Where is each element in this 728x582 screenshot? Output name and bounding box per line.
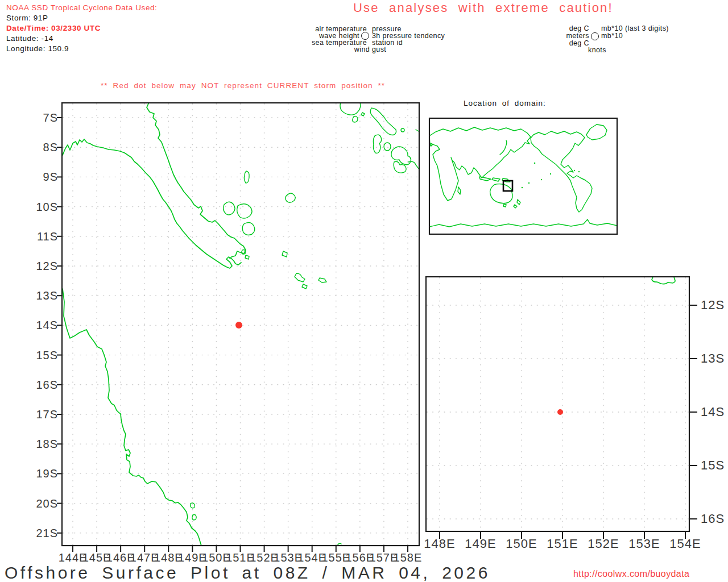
indonesia-islands [479, 177, 491, 181]
main-map-lat-label: 20S [36, 497, 58, 510]
zoom-map-lat-label: 12S [701, 298, 725, 312]
fiji-speck [522, 187, 523, 189]
misima-island [295, 273, 305, 282]
main-map-lon-label: 158E [394, 551, 423, 564]
solomon-island-f [394, 161, 406, 173]
milne-bay-islet-2 [245, 255, 249, 259]
solomon-islet-h [416, 130, 419, 131]
new-zealand-south [514, 205, 517, 208]
main-map-lat-label: 14S [36, 319, 58, 331]
madagascar-world [458, 187, 461, 194]
new-zealand-north [517, 199, 520, 205]
zoom-map-lon-label: 154E [669, 537, 701, 551]
zoom-map-lat-label: 14S [701, 405, 725, 419]
main-map-lat-label: 13S [36, 289, 58, 302]
normanby-island [242, 223, 255, 235]
new-ireland-fragment [340, 102, 361, 115]
zoom-map-lon-label: 151E [547, 537, 578, 551]
japan-coastline [500, 140, 507, 155]
png-north-coast [147, 102, 246, 259]
source-url-link[interactable]: http://coolwx.com/buoydata [573, 569, 689, 579]
storm-dot-zoom [557, 409, 563, 415]
world-inset-border [429, 118, 617, 234]
main-map-lat-label: 16S [36, 379, 58, 391]
pacific-speck-2 [550, 173, 551, 174]
pacific-speck-1 [541, 179, 542, 180]
bougainville-island [370, 108, 396, 135]
png-south-coast [63, 139, 241, 268]
americas-coastline [531, 131, 592, 212]
indonesia-islands-2 [492, 178, 500, 181]
tick-layer [57, 118, 697, 552]
solomon-island-e [384, 143, 391, 151]
tagula-island [318, 278, 326, 282]
zoom-map-lon-label: 152E [588, 537, 619, 551]
afro-eurasia-coastline [429, 127, 531, 201]
zoom-map-border [426, 277, 689, 531]
zoom-map-coastlines [652, 277, 675, 284]
zoom-map-lon-label: 148E [424, 537, 455, 551]
zoom-map-lon-label: 150E [506, 537, 537, 551]
buoy-plot-page: { "colors": { "coast_green": "#00c81e", … [0, 0, 728, 582]
coastal-islet [192, 514, 196, 520]
zoom-map-lat-label: 13S [701, 351, 725, 365]
main-map-lat-label: 8S [43, 141, 58, 153]
solomon-islet-b [361, 113, 365, 116]
axis-label-layer: 144E145E146E147E148E149E150E151E152E153E… [36, 111, 725, 564]
main-map-lat-label: 15S [36, 349, 58, 361]
fergusson-island [237, 204, 252, 218]
zoom-map-lon-label: 153E [628, 537, 660, 551]
solomon-islet-a [353, 117, 358, 123]
caribbean-speck-2 [578, 171, 580, 172]
goodenough-island [224, 202, 235, 215]
main-map-lat-label: 17S [36, 408, 58, 421]
plot-title: Offshore Surface Plot at 08Z / MAR 04, 2… [5, 563, 490, 582]
caribbean-speck-1 [574, 170, 575, 171]
storm-dot-main [235, 322, 242, 329]
main-map-lat-label: 21S [36, 527, 58, 539]
main-map-lat-label: 12S [36, 260, 58, 272]
pacific-speck-3 [528, 182, 530, 184]
zoom-map-lat-label: 16S [701, 512, 725, 526]
antarctica-coastline [429, 219, 617, 227]
main-map-lat-label: 7S [43, 111, 58, 124]
main-map-lat-label: 19S [36, 467, 58, 480]
zoom-island-fragment [652, 277, 675, 284]
zoom-map-lat-label: 15S [701, 458, 725, 472]
main-map-lat-label: 9S [43, 171, 58, 183]
zoom-map [426, 277, 689, 531]
main-map-lat-label: 18S [36, 438, 58, 450]
zoom-map-lon-label: 149E [465, 537, 496, 551]
main-map-lat-label: 11S [37, 230, 58, 243]
australia-world [490, 184, 512, 203]
main-map-lat-label: 10S [36, 201, 58, 213]
louisiade-islet-2 [302, 284, 307, 289]
woodlark-island [286, 193, 296, 202]
map-canvas: 144E145E146E147E148E149E150E151E152E153E… [0, 0, 728, 582]
grid-layer [63, 103, 689, 545]
greenland-coastline [586, 124, 607, 140]
queensland-coastline [63, 289, 202, 547]
louisiade-islet-1 [282, 251, 287, 257]
world-inset-map [429, 118, 617, 234]
hawaii-speck [534, 163, 536, 164]
solomon-island-d [373, 135, 381, 153]
tasmania-world [503, 204, 506, 207]
solomon-islet-c [401, 128, 404, 132]
world-coastlines [429, 124, 617, 227]
